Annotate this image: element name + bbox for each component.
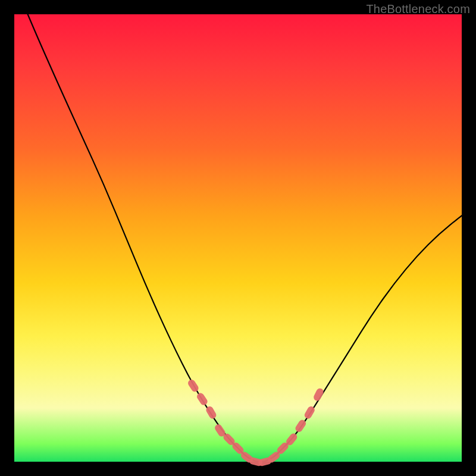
curve-marker xyxy=(312,387,325,402)
marker-group xyxy=(187,378,325,467)
curve-marker xyxy=(187,378,200,393)
chart-plot-area xyxy=(14,14,462,462)
bottleneck-curve xyxy=(28,14,462,462)
chart-svg xyxy=(14,14,462,462)
chart-frame: TheBottleneck.com xyxy=(0,0,476,476)
curve-marker xyxy=(196,392,209,406)
